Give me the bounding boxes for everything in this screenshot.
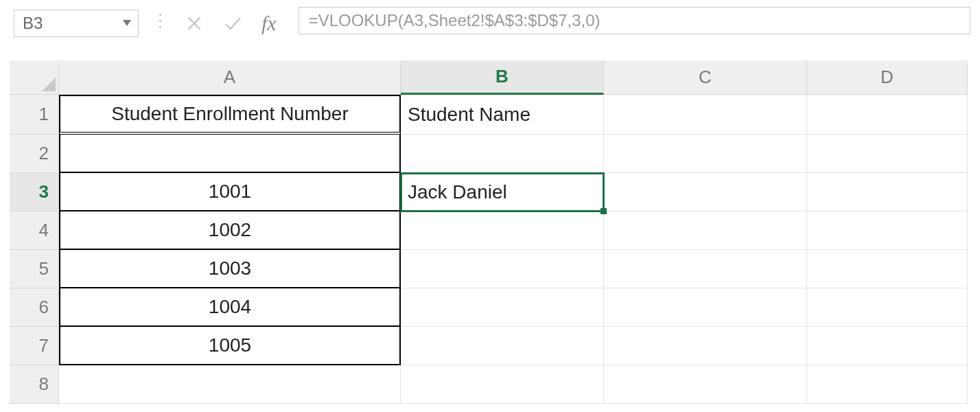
cell-C4[interactable] bbox=[604, 211, 807, 250]
row-header-8[interactable]: 8 bbox=[10, 365, 59, 404]
cell-B6[interactable] bbox=[401, 288, 604, 327]
cell-B4[interactable] bbox=[401, 211, 604, 250]
cell-D2[interactable] bbox=[807, 135, 968, 173]
cell-D5[interactable] bbox=[807, 250, 968, 288]
svg-marker-3 bbox=[42, 78, 56, 91]
fill-handle[interactable] bbox=[600, 208, 607, 214]
formula-buttons: fx bbox=[182, 7, 279, 40]
row-header-6[interactable]: 6 bbox=[10, 288, 59, 327]
select-all-corner[interactable] bbox=[10, 60, 59, 95]
row-8: 8 bbox=[10, 365, 970, 404]
row-2: 2 bbox=[10, 135, 970, 173]
cell-B7[interactable] bbox=[401, 327, 604, 365]
chevron-down-icon[interactable] bbox=[123, 20, 131, 27]
cell-A4[interactable]: 1002 bbox=[59, 211, 401, 250]
cell-D3[interactable] bbox=[807, 173, 968, 211]
cell-C5[interactable] bbox=[604, 250, 807, 288]
row-header-7[interactable]: 7 bbox=[10, 327, 59, 365]
cell-B5[interactable] bbox=[401, 250, 604, 288]
cell-A3[interactable]: 1001 bbox=[59, 173, 401, 211]
name-box-wrap: B3 bbox=[14, 7, 139, 40]
enter-icon[interactable] bbox=[220, 11, 245, 36]
cell-C7[interactable] bbox=[604, 327, 807, 365]
formula-bar-row: B3 fx bbox=[10, 7, 970, 40]
cancel-icon[interactable] bbox=[182, 11, 207, 36]
svg-marker-0 bbox=[123, 20, 131, 26]
row-7: 7 1005 bbox=[10, 327, 970, 365]
col-header-B[interactable]: B bbox=[401, 60, 604, 95]
cell-C1[interactable] bbox=[604, 95, 807, 135]
col-header-A[interactable]: A bbox=[59, 60, 401, 95]
cell-A7[interactable]: 1005 bbox=[59, 327, 401, 365]
row-1: 1 Student Enrollment Number Student Name bbox=[10, 95, 970, 135]
row-header-3[interactable]: 3 bbox=[10, 173, 59, 211]
row-3: 3 1001 Jack Daniel bbox=[10, 173, 970, 211]
row-header-2[interactable]: 2 bbox=[10, 135, 59, 173]
cell-D7[interactable] bbox=[807, 327, 968, 365]
cell-D8[interactable] bbox=[807, 365, 968, 404]
row-header-5[interactable]: 5 bbox=[10, 250, 59, 288]
column-header-row: A B C D bbox=[10, 60, 970, 95]
cell-B1[interactable]: Student Name bbox=[401, 95, 604, 135]
col-header-D[interactable]: D bbox=[807, 60, 968, 95]
cell-C3[interactable] bbox=[604, 173, 807, 211]
sheet-grid[interactable]: A B C D 1 Student Enrollment Number Stud… bbox=[10, 60, 970, 404]
cell-A5[interactable]: 1003 bbox=[59, 250, 401, 288]
row-header-1[interactable]: 1 bbox=[10, 95, 59, 135]
cell-C6[interactable] bbox=[604, 288, 807, 327]
name-box[interactable]: B3 bbox=[14, 10, 139, 37]
cell-D4[interactable] bbox=[807, 211, 968, 250]
row-4: 4 1002 bbox=[10, 211, 970, 250]
cell-A6[interactable]: 1004 bbox=[59, 288, 401, 327]
formula-input-wrap[interactable] bbox=[299, 7, 970, 34]
row-6: 6 1004 bbox=[10, 288, 970, 327]
cell-B8[interactable] bbox=[401, 365, 604, 404]
fx-icon[interactable]: fx bbox=[259, 11, 279, 36]
cell-A2[interactable] bbox=[59, 135, 401, 173]
formula-input[interactable] bbox=[307, 10, 961, 31]
name-box-value: B3 bbox=[23, 14, 43, 33]
cell-A8[interactable] bbox=[59, 365, 401, 404]
row-header-4[interactable]: 4 bbox=[10, 211, 59, 250]
cell-A1[interactable]: Student Enrollment Number bbox=[59, 95, 401, 135]
cell-C8[interactable] bbox=[604, 365, 807, 404]
cell-C2[interactable] bbox=[604, 135, 807, 173]
cell-B3[interactable]: Jack Daniel bbox=[401, 173, 604, 211]
grip-separator bbox=[158, 7, 163, 34]
row-5: 5 1003 bbox=[10, 250, 970, 288]
cell-D1[interactable] bbox=[807, 95, 968, 135]
col-header-C[interactable]: C bbox=[604, 60, 807, 95]
excel-window: B3 fx bbox=[0, 0, 980, 412]
cell-D6[interactable] bbox=[807, 288, 968, 327]
cell-B2[interactable] bbox=[401, 135, 604, 173]
